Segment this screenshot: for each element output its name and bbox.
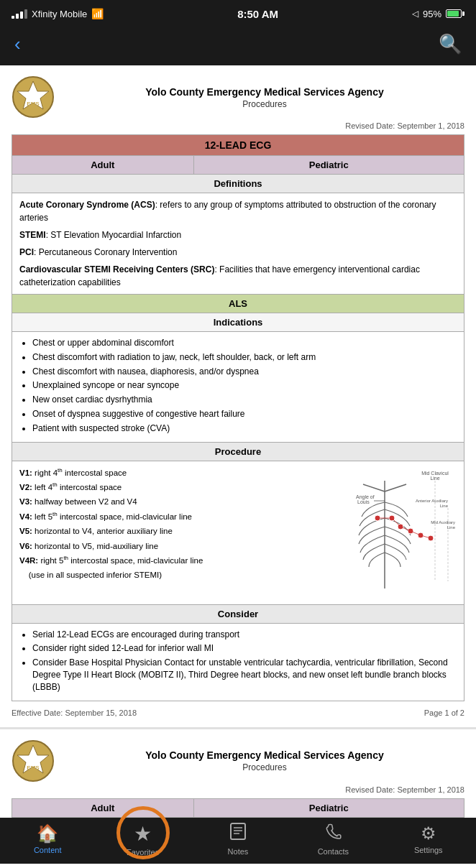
revised-date: Revised Date: September 1, 2018: [12, 121, 464, 130]
indications-header: Indications: [12, 313, 464, 332]
lead-v3: V3: halfway between V2 and V4: [19, 495, 334, 508]
favorites-label: Favorites: [127, 848, 159, 857]
signal-bars: [12, 9, 27, 19]
lead-v4r-note: (use in all suspected inferior STEMI): [19, 568, 334, 581]
adult-header: Adult: [12, 156, 194, 175]
agency-logo: EMS: [12, 75, 55, 119]
battery-icon: [446, 9, 464, 18]
carrier-label: Xfinity Mobile: [32, 9, 87, 19]
back-button[interactable]: ‹: [14, 33, 21, 55]
page2-pediatric: Pediatric: [193, 798, 464, 817]
status-time: 8:50 AM: [237, 8, 278, 20]
contacts-label: Contacts: [318, 847, 349, 856]
page2-subtitle: Procedures: [65, 762, 464, 772]
procedure-text: V1: right 4th intercostal space V2: left…: [19, 466, 334, 583]
procedure-header: Procedure: [12, 442, 464, 461]
page2-agency-name: Yolo County Emergency Medical Services A…: [65, 749, 464, 761]
page2-adult: Adult: [12, 798, 194, 817]
page2-agency-info: Yolo County Emergency Medical Services A…: [65, 749, 464, 772]
pediatric-header: Pediatric: [193, 156, 464, 175]
lead-v4r: V4R: right 5th intercostal space, mid-cl…: [19, 554, 334, 567]
page-2: EMS Yolo County Emergency Medical Servic…: [0, 729, 476, 818]
page2-logo: EMS: [12, 739, 55, 782]
indication-3: Chest discomfort with nausea, diaphoresi…: [32, 366, 457, 378]
lead-v4: V4: left 5th intercostal space, mid-clav…: [19, 510, 334, 523]
consider-content: Serial 12-Lead ECGs are encouraged durin…: [12, 623, 464, 701]
def-acs: Acute Coronary Syndrome (ACS): refers to…: [19, 198, 457, 224]
als-header: ALS: [12, 295, 464, 313]
favorites-icon: ★: [134, 822, 152, 846]
indication-7: Patient with suspected stroke (CVA): [32, 423, 457, 435]
chest-diagram: Mid Clavicul Line Anterior Auxiliary Lin…: [342, 466, 457, 599]
location-icon: ◁: [412, 9, 418, 19]
status-left: Xfinity Mobile 📶: [12, 8, 104, 19]
settings-label: Settings: [414, 846, 443, 854]
svg-text:Line: Line: [447, 525, 456, 530]
indications-content: Chest or upper abdominal discomfort Ches…: [12, 332, 464, 443]
indication-1: Chest or upper abdominal discomfort: [32, 337, 457, 349]
search-button[interactable]: 🔍: [439, 33, 462, 55]
tab-notes[interactable]: Notes: [216, 822, 260, 856]
consider-1: Serial 12-Lead ECGs are encouraged durin…: [32, 629, 457, 641]
page-1: EMS 12-LEAD ECG Yolo County Emergency Me…: [0, 65, 476, 729]
notes-label: Notes: [228, 847, 249, 856]
page2-table: Adult Pediatric: [12, 798, 464, 818]
agency-full-name: Yolo County Emergency Medical Services A…: [65, 86, 464, 98]
consider-list: Serial 12-Lead ECGs are encouraged durin…: [19, 629, 457, 693]
consider-header: Consider: [12, 604, 464, 623]
settings-icon: ⚙: [421, 823, 436, 844]
svg-line-13: [385, 484, 406, 491]
page-num: Page 1 of 2: [424, 708, 464, 717]
svg-text:Anterior Auxiliary: Anterior Auxiliary: [416, 499, 448, 503]
tab-content[interactable]: 🏠 Content: [26, 823, 69, 854]
svg-text:Mid Clavicul: Mid Clavicul: [421, 471, 449, 476]
status-right: ◁ 95%: [412, 9, 464, 19]
svg-rect-31: [231, 823, 245, 839]
wifi-icon: 📶: [91, 8, 104, 19]
def-stemi: STEMI: ST Elevation Myocardial Infarctio…: [19, 228, 457, 241]
svg-text:Mid Auxiliary: Mid Auxiliary: [431, 520, 455, 525]
status-bar: Xfinity Mobile 📶 8:50 AM ◁ 95%: [0, 0, 476, 27]
tab-favorites[interactable]: ★ Favorites: [122, 822, 165, 857]
page2-revised: Revised Date: September 1, 2018: [12, 785, 464, 794]
svg-text:Line: Line: [440, 504, 449, 508]
tab-settings[interactable]: ⚙ Settings: [407, 823, 450, 854]
svg-text:Line: Line: [430, 476, 439, 481]
nav-bar: ‹ 🔍: [0, 27, 476, 65]
effective-date: Effective Date: September 15, 2018: [12, 708, 137, 717]
contacts-icon: [324, 822, 342, 845]
indication-6: Onset of dyspnea suggestive of congestiv…: [32, 408, 457, 420]
definitions-header: Definitions: [12, 175, 464, 193]
definitions-content: Acute Coronary Syndrome (ACS): refers to…: [12, 193, 464, 295]
svg-text:EMS: EMS: [27, 101, 40, 107]
lead-v5: V5: horizontal to V4, anterior auxiliary…: [19, 525, 334, 537]
indications-list: Chest or upper abdominal discomfort Ches…: [19, 337, 457, 435]
battery-percent: 95%: [423, 9, 441, 19]
tab-contacts[interactable]: Contacts: [311, 822, 354, 856]
lead-v2: V2: left 4th intercostal space: [19, 481, 334, 494]
def-src: Cardiovascular STEMI Receiving Centers (…: [19, 263, 457, 289]
consider-2: Consider right sided 12-Lead for inferio…: [32, 642, 457, 655]
agency-info: 12-LEAD ECG Yolo County Emergency Medica…: [65, 85, 464, 109]
tab-bar: 🏠 Content ★ Favorites Notes Contacts: [0, 818, 476, 864]
page2-header: EMS Yolo County Emergency Medical Servic…: [12, 739, 464, 782]
svg-line-12: [363, 484, 385, 491]
consider-3: Consider Base Hospital Physician Contact…: [32, 657, 457, 693]
table-title: 12-LEAD ECG: [12, 135, 464, 156]
procedure-row: V1: right 4th intercostal space V2: left…: [19, 466, 457, 599]
page-header: EMS 12-LEAD ECG Yolo County Emergency Me…: [12, 75, 464, 119]
page-footer: Effective Date: September 15, 2018 Page …: [12, 708, 464, 717]
indication-5: New onset cardiac dysrhythmia: [32, 394, 457, 406]
content-label: Content: [34, 846, 62, 854]
indication-4: Unexplained syncope or near syncope: [32, 379, 457, 392]
indication-2: Chest discomfort with radiation to jaw, …: [32, 351, 457, 364]
procedure-content: V1: right 4th intercostal space V2: left…: [12, 461, 464, 604]
svg-line-24: [392, 518, 401, 527]
agency-subtitle: Procedures: [65, 99, 464, 109]
lead-v1: V1: right 4th intercostal space: [19, 466, 334, 479]
svg-text:Louis: Louis: [357, 499, 370, 504]
content-icon: 🏠: [37, 823, 58, 844]
lead-v6: V6: horizontal to V5, mid-auxiliary line: [19, 540, 334, 553]
svg-text:EMS: EMS: [27, 765, 40, 771]
def-pci: PCI: Percutaneous Coronary Intervention: [19, 246, 457, 259]
